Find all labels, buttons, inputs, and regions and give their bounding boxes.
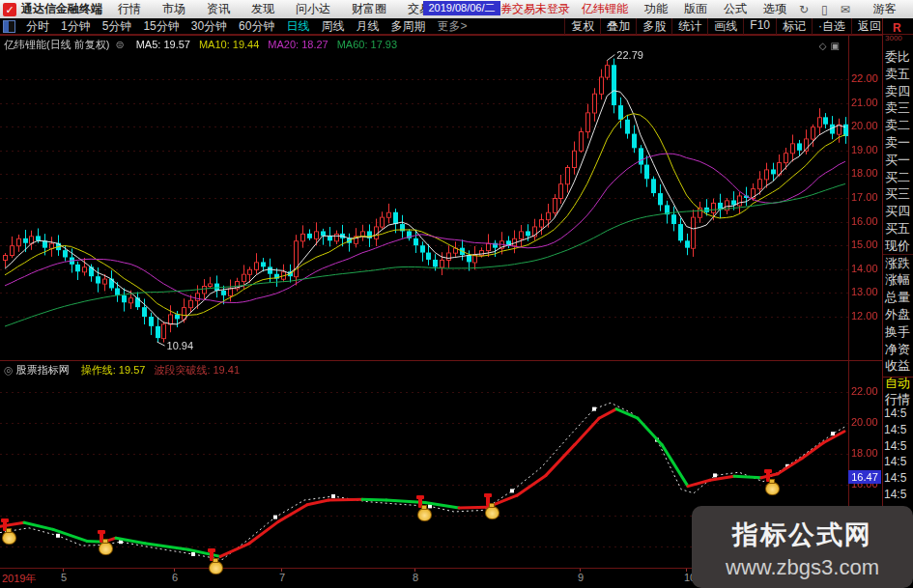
current-stock-name[interactable]: 亿纬锂能 (582, 1, 628, 17)
chart-tool-buttons: 复权叠加多股统计画线F10标记·自选返回 (564, 18, 887, 35)
axis-tick (63, 569, 64, 572)
period-周线[interactable]: 周线 (315, 18, 350, 35)
money-bag-icon (209, 561, 223, 574)
layout-icon[interactable] (3, 20, 15, 33)
menu-市场[interactable]: 市场 (162, 1, 185, 17)
indicator-line-label: 操作线: 19.57 (81, 364, 146, 376)
price-tick: 18.00 (851, 447, 881, 459)
margin-flag: R (893, 21, 901, 35)
price-tick: 21.00 (851, 97, 881, 108)
kline-title: 亿纬锂能(日线 前复权) (4, 39, 109, 50)
price-tick: 20.00 (851, 120, 881, 131)
menu-问小达[interactable]: 问小达 (296, 1, 330, 17)
period-1分钟[interactable]: 1分钟 (55, 18, 97, 35)
user-label[interactable]: 游客 (873, 1, 897, 17)
period-多周期[interactable]: 多周期 (385, 18, 431, 35)
toolbar-button-F10[interactable]: F10 (743, 18, 776, 35)
toolbar-button-画线[interactable]: 画线 (707, 18, 743, 35)
ma-labels: MA5: 19.57MA10: 19.44MA20: 18.27MA60: 17… (128, 39, 397, 50)
money-bag-icon (485, 506, 499, 519)
last-value-tag: 16.47 (848, 470, 881, 484)
menu-财富圈[interactable]: 财富圈 (352, 1, 386, 17)
money-bag-icon (99, 542, 113, 555)
month-label: 7 (279, 572, 285, 583)
quote-row-买一: 买一 (885, 152, 913, 169)
refresh-icon[interactable]: ↻ (799, 3, 809, 16)
mail-icon[interactable]: ✉ (841, 3, 850, 16)
ma-label: MA60: 17.93 (337, 39, 397, 50)
indicator-line-labels: 操作线: 19.57波段突破线: 19.41 (72, 364, 240, 376)
quote-row-涨幅: 涨幅 (885, 271, 913, 289)
price-tick: 22.00 (851, 72, 881, 84)
collapse-circle-icon[interactable]: ◎ (4, 364, 14, 376)
toolbar-button-统计[interactable]: 统计 (671, 18, 707, 35)
quote-row-卖五: 卖五 (885, 66, 913, 83)
kline-chart-canvas[interactable] (0, 35, 848, 359)
quote-row-换手: 换手 (885, 323, 913, 341)
period-分时[interactable]: 分时 (20, 18, 55, 35)
quote-row-委比: 委比 (885, 48, 913, 66)
collapse-circle-icon[interactable]: ⊜ (115, 39, 124, 50)
month-label: 6 (172, 572, 178, 583)
period-日线[interactable]: 日线 (280, 18, 315, 35)
tdx-logo-icon[interactable]: ✓ (3, 3, 16, 16)
price-tick: 15.00 (851, 238, 881, 250)
axis-tick (686, 569, 687, 572)
quote-row-总量: 总量 (885, 289, 913, 306)
money-bag-icon (417, 508, 432, 521)
diamond-icon[interactable]: ◇ (819, 41, 831, 51)
mobile-icon[interactable]: ▯ (821, 3, 828, 16)
axis-tick (414, 569, 415, 572)
quote-row-外盘: 外盘 (885, 306, 913, 323)
period-5分钟[interactable]: 5分钟 (97, 18, 138, 35)
toolbar-button-标记[interactable]: 标记 (776, 18, 812, 35)
month-label: 9 (578, 572, 584, 583)
chart-corner-icons: ◇▣ (819, 41, 843, 51)
menu-版面[interactable]: 版面 (684, 1, 707, 17)
toolbar-button-叠加[interactable]: 叠加 (600, 18, 636, 35)
quote-row-买二: 买二 (885, 169, 913, 186)
quote-sidebar: R 3000 委比卖五卖四卖三卖二卖一买一买二买三买四买五现价涨跌涨幅总量外盘换… (883, 18, 913, 588)
period-30分钟[interactable]: 30分钟 (185, 18, 233, 35)
sidebar-tab-自动[interactable]: 自动 (885, 375, 913, 392)
period-月线[interactable]: 月线 (350, 18, 385, 35)
toolbar-button-多股[interactable]: 多股 (636, 18, 671, 35)
menu-选项[interactable]: 选项 (763, 1, 786, 17)
menubar-icons: ↻▯✉ (786, 3, 850, 16)
login-status[interactable]: 证券交易未登录 (489, 1, 570, 17)
quote-row-买五: 买五 (885, 220, 913, 238)
toolbar-button-·自选[interactable]: ·自选 (812, 18, 851, 35)
price-tick: 16.00 (851, 215, 881, 227)
quote-row-收益: 收益 (885, 357, 913, 375)
quote-row-买三: 买三 (885, 185, 913, 203)
tick-time: 14:5 (884, 406, 913, 420)
price-tick: 19.00 (851, 144, 881, 155)
month-label: 5 (61, 572, 67, 583)
menu-功能[interactable]: 功能 (644, 1, 668, 17)
menu-发现[interactable]: 发现 (251, 1, 274, 17)
period-更多>[interactable]: 更多> (431, 18, 472, 35)
price-tick: 18.00 (851, 167, 881, 179)
period-items: 分时1分钟5分钟15分钟30分钟60分钟日线周线月线多周期更多> (20, 18, 472, 35)
right-menus: 功能版面公式选项 (628, 1, 786, 17)
period-60分钟[interactable]: 60分钟 (233, 18, 280, 35)
watermark-title: 指标公式网 (692, 518, 913, 552)
month-label: 8 (413, 572, 418, 583)
indicator-source: 股票指标网 (16, 364, 70, 376)
selected-date-label: 2019/08/06/二 (423, 1, 500, 15)
menu-行情[interactable]: 行情 (118, 1, 141, 17)
money-bag-icon (765, 482, 780, 495)
divider (0, 35, 882, 36)
tick-time: 14:5 (884, 455, 913, 468)
period-15分钟[interactable]: 15分钟 (137, 18, 185, 35)
quote-row-涨跌: 涨跌 (885, 255, 913, 272)
menu-资讯[interactable]: 资讯 (207, 1, 230, 17)
quote-row-买四: 买四 (885, 203, 913, 220)
quote-row-卖二: 卖二 (885, 117, 913, 134)
toolbar-button-复权[interactable]: 复权 (564, 18, 600, 35)
indicator-line-label: 波段突破线: 19.41 (154, 364, 240, 376)
price-tick: 17.00 (851, 191, 881, 203)
menu-公式[interactable]: 公式 (724, 1, 747, 17)
ma-label: MA5: 19.57 (136, 39, 190, 50)
split-window-icon[interactable]: ▣ (831, 41, 843, 51)
